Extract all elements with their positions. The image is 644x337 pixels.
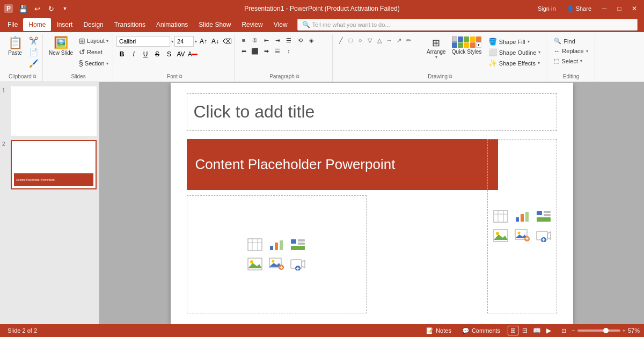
columns-button[interactable]: ☰ bbox=[283, 35, 294, 45]
slide-canvas[interactable]: Click to add title Content Placeholder P… bbox=[171, 83, 573, 324]
slide-2-thumbnail[interactable]: Content Placeholder Powerpoint bbox=[11, 140, 97, 189]
minimize-button[interactable]: ─ bbox=[599, 3, 610, 14]
slideshow-button[interactable]: ▶ bbox=[543, 326, 554, 335]
menu-insert[interactable]: Insert bbox=[51, 18, 78, 31]
increase-indent-button[interactable]: ⇥ bbox=[272, 35, 283, 45]
paste-button[interactable]: 📋 Paste bbox=[4, 35, 26, 57]
align-left-button[interactable]: ⬅ bbox=[238, 46, 249, 56]
shape-line[interactable]: ╱ bbox=[336, 35, 346, 45]
increase-font-btn[interactable]: A↑ bbox=[198, 36, 209, 47]
convert-smartart-button[interactable]: ◈ bbox=[306, 35, 317, 45]
insert-chart-icon[interactable] bbox=[268, 237, 285, 252]
insert-picture-icon-right[interactable] bbox=[492, 228, 509, 243]
share-button[interactable]: 👤 Share bbox=[564, 4, 595, 13]
menu-slideshow[interactable]: Slide Show bbox=[193, 18, 236, 31]
insert-picture-icon[interactable] bbox=[246, 257, 264, 272]
shape-triangle[interactable]: △ bbox=[375, 35, 384, 45]
clear-format-btn[interactable]: ⌫ bbox=[222, 36, 232, 47]
font-size-box[interactable]: 24 bbox=[174, 36, 194, 47]
reset-button[interactable]: ↺ Reset bbox=[77, 47, 111, 57]
notes-button[interactable]: 📝 Notes bbox=[423, 326, 455, 335]
shape-curve[interactable]: ↗ bbox=[394, 35, 404, 45]
slide-sorter-button[interactable]: ⊟ bbox=[519, 326, 530, 335]
close-button[interactable]: ✕ bbox=[629, 3, 640, 14]
font-expand-icon[interactable]: ⧉ bbox=[179, 74, 182, 79]
fit-slide-button[interactable]: ⊡ bbox=[558, 326, 569, 335]
bold-button[interactable]: B bbox=[116, 49, 127, 60]
format-painter-button[interactable]: 🖌️ bbox=[27, 58, 40, 69]
shape-arrow[interactable]: → bbox=[384, 35, 394, 45]
layout-button[interactable]: ⊞ Layout ▾ bbox=[77, 35, 111, 46]
menu-animations[interactable]: Animations bbox=[151, 18, 193, 31]
customize-qat-button[interactable]: ▼ bbox=[59, 3, 71, 14]
new-slide-button[interactable]: 🖼️ New Slide bbox=[46, 35, 76, 57]
shape-more[interactable]: ▽ bbox=[365, 35, 375, 45]
select-button[interactable]: ⬚ Select ▾ bbox=[551, 56, 591, 65]
undo-button[interactable]: ↩ bbox=[31, 3, 43, 14]
reading-view-button[interactable]: 📖 bbox=[531, 326, 542, 335]
menu-review[interactable]: Review bbox=[236, 18, 268, 31]
save-button[interactable]: 💾 bbox=[17, 3, 29, 14]
tell-me-search[interactable]: 🔍 Tell me what you want to do... bbox=[297, 19, 638, 31]
underline-button[interactable]: U bbox=[140, 49, 151, 60]
menu-design[interactable]: Design bbox=[78, 18, 108, 31]
font-name-box[interactable]: Calibri bbox=[116, 36, 170, 47]
qs-swatch-1[interactable] bbox=[452, 36, 457, 42]
char-spacing-button[interactable]: AV bbox=[175, 49, 186, 60]
menu-home[interactable]: Home bbox=[23, 18, 51, 31]
signin-button[interactable]: Sign in bbox=[535, 4, 559, 13]
normal-view-button[interactable]: ⊞ bbox=[508, 326, 518, 335]
restore-button[interactable]: □ bbox=[614, 3, 625, 14]
zoom-thumb[interactable] bbox=[603, 328, 609, 333]
insert-smartart-icon[interactable] bbox=[289, 237, 306, 252]
find-button[interactable]: 🔍 Find bbox=[551, 36, 591, 46]
insert-video-icon-right[interactable] bbox=[535, 228, 552, 243]
insert-table-icon[interactable] bbox=[246, 237, 264, 252]
content-box-left[interactable] bbox=[187, 195, 367, 313]
qs-swatch-6[interactable] bbox=[452, 42, 457, 48]
zoom-out-button[interactable]: − bbox=[572, 327, 575, 334]
menu-file[interactable]: File bbox=[2, 18, 23, 31]
shadow-button[interactable]: S bbox=[164, 49, 174, 60]
text-direction-button[interactable]: ⟲ bbox=[295, 35, 305, 45]
font-color-btn[interactable]: A bbox=[187, 49, 198, 60]
italic-button[interactable]: I bbox=[128, 49, 139, 60]
strikethrough-button[interactable]: S bbox=[152, 49, 163, 60]
insert-smartart-icon-right[interactable] bbox=[535, 209, 552, 224]
qs-swatch-5[interactable] bbox=[476, 36, 481, 42]
zoom-in-button[interactable]: + bbox=[623, 327, 626, 334]
content-box-right[interactable] bbox=[487, 139, 557, 313]
insert-table-icon-right[interactable] bbox=[492, 209, 509, 224]
shape-freeform[interactable]: ✏ bbox=[404, 35, 413, 45]
numbering-button[interactable]: ① bbox=[250, 35, 260, 45]
qs-swatch-8[interactable] bbox=[464, 42, 469, 48]
shape-fill-button[interactable]: 🪣 Shape Fill ▾ bbox=[486, 36, 543, 47]
redo-button[interactable]: ↻ bbox=[45, 3, 57, 14]
qs-swatch-7[interactable] bbox=[458, 42, 463, 48]
qs-swatch-9[interactable] bbox=[470, 42, 475, 48]
slide-title-placeholder[interactable]: Click to add title bbox=[187, 93, 557, 131]
justify-button[interactable]: ☰ bbox=[272, 46, 283, 56]
insert-online-picture-icon-right[interactable] bbox=[514, 228, 531, 243]
paragraph-expand-icon[interactable]: ⧉ bbox=[296, 74, 299, 79]
shape-oval[interactable]: ○ bbox=[355, 35, 365, 45]
shape-rect[interactable]: □ bbox=[346, 35, 355, 45]
align-center-button[interactable]: ⬛ bbox=[250, 46, 260, 56]
decrease-font-btn[interactable]: A↓ bbox=[210, 36, 221, 47]
line-spacing-button[interactable]: ↕ bbox=[283, 46, 294, 56]
font-name-dropdown[interactable]: ▾ bbox=[171, 39, 173, 44]
decrease-indent-button[interactable]: ⇤ bbox=[261, 35, 272, 45]
qs-swatch-3[interactable] bbox=[464, 36, 469, 42]
insert-video-icon[interactable] bbox=[289, 257, 306, 272]
section-button[interactable]: § Section ▾ bbox=[77, 58, 111, 69]
cut-button[interactable]: ✂️ bbox=[27, 35, 40, 46]
zoom-slider[interactable] bbox=[577, 329, 620, 332]
copy-button[interactable]: 📄 bbox=[27, 47, 40, 57]
qs-swatch-more[interactable]: ▾ bbox=[476, 42, 481, 48]
bullets-button[interactable]: ≡ bbox=[238, 35, 249, 45]
shape-effects-button[interactable]: ✨ Shape Effects ▾ bbox=[486, 58, 543, 68]
slide-1-thumbnail[interactable] bbox=[11, 86, 97, 136]
qs-swatch-2[interactable] bbox=[458, 36, 463, 42]
insert-chart-icon-right[interactable] bbox=[514, 209, 531, 224]
insert-online-picture-icon[interactable] bbox=[268, 257, 285, 272]
